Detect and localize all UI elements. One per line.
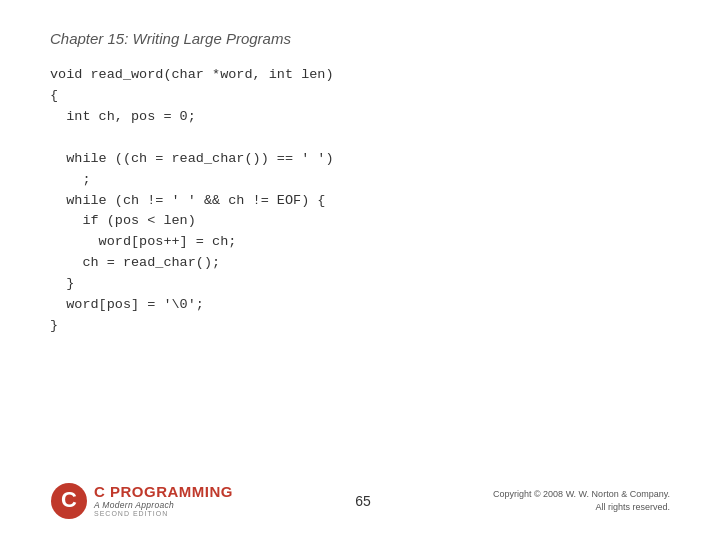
- c-logo-icon: C: [50, 482, 88, 520]
- code-line-5: while ((ch = read_char()) == ' '): [50, 151, 334, 166]
- code-line-10: ch = read_char();: [50, 255, 220, 270]
- logo-sub-text: A Modern Approach: [94, 501, 233, 510]
- code-line-11: }: [50, 276, 74, 291]
- copyright: Copyright © 2008 W. W. Norton & Company.…: [493, 488, 670, 515]
- code-line-7: while (ch != ' ' && ch != EOF) {: [50, 193, 325, 208]
- code-line-6: ;: [50, 172, 91, 187]
- copyright-line2: All rights reserved.: [595, 502, 670, 512]
- code-line-1: void read_word(char *word, int len): [50, 67, 334, 82]
- slide-title: Chapter 15: Writing Large Programs: [50, 30, 670, 47]
- code-line-9: word[pos++] = ch;: [50, 234, 236, 249]
- code-line-2: {: [50, 88, 58, 103]
- code-line-3: int ch, pos = 0;: [50, 109, 196, 124]
- logo-cprogramming: C C PROGRAMMING A Modern Approach SECOND…: [50, 482, 233, 520]
- page-number: 65: [355, 493, 371, 509]
- logo-text-block: C PROGRAMMING A Modern Approach SECOND E…: [94, 484, 233, 518]
- logo-edition: SECOND EDITION: [94, 510, 233, 518]
- code-line-8: if (pos < len): [50, 213, 196, 228]
- svg-text:C: C: [61, 487, 77, 512]
- slide: Chapter 15: Writing Large Programs void …: [0, 0, 720, 540]
- code-block: void read_word(char *word, int len) { in…: [50, 65, 670, 337]
- logo-area: C C PROGRAMMING A Modern Approach SECOND…: [50, 482, 233, 520]
- code-line-4: [50, 130, 58, 145]
- code-line-13: }: [50, 318, 58, 333]
- logo-main-text: C PROGRAMMING: [94, 484, 233, 501]
- copyright-line1: Copyright © 2008 W. W. Norton & Company.: [493, 489, 670, 499]
- code-line-12: word[pos] = '\0';: [50, 297, 204, 312]
- footer: C C PROGRAMMING A Modern Approach SECOND…: [0, 482, 720, 520]
